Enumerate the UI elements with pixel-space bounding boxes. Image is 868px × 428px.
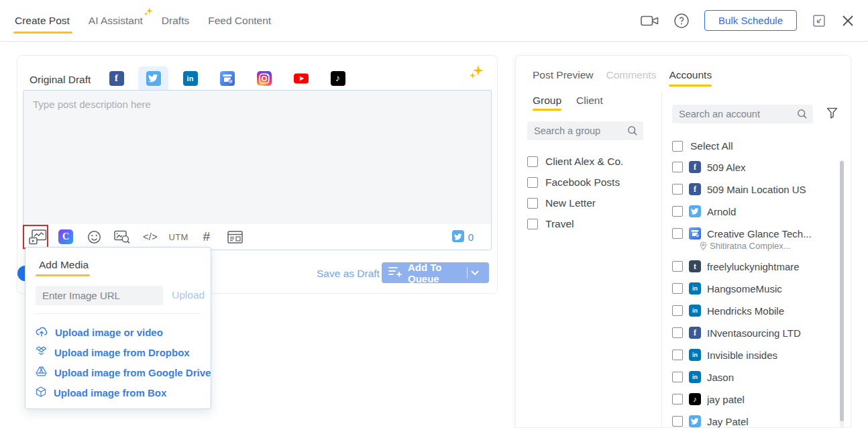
canva-icon[interactable]: C (52, 224, 80, 250)
platform-tab-linkedin[interactable]: in (175, 66, 205, 90)
account-checkbox[interactable] (672, 184, 683, 195)
account-row[interactable]: tfreelyluckynightmare (672, 260, 837, 273)
filter-icon[interactable] (826, 107, 838, 121)
tumblr-icon: t (689, 260, 701, 272)
group-checkbox[interactable] (527, 177, 538, 188)
tab-post-preview[interactable]: Post Preview (533, 69, 593, 81)
account-checkbox[interactable] (672, 206, 683, 217)
account-row[interactable]: inJason (672, 370, 837, 384)
group-checkbox[interactable] (527, 156, 538, 167)
group-row[interactable]: Facebook Posts (527, 177, 623, 188)
platform-tab-google-business[interactable]: G (212, 66, 242, 90)
popup-title: Add Media (39, 259, 89, 271)
account-row[interactable]: inInvisible insides (672, 348, 837, 362)
tab-group[interactable]: Group (533, 95, 561, 107)
account-checkbox[interactable] (672, 305, 683, 316)
account-row[interactable]: Jay Patel (672, 415, 837, 428)
video-camera-icon[interactable] (641, 14, 659, 28)
select-all-row[interactable]: Select All (672, 140, 733, 152)
tab-accounts[interactable]: Accounts (669, 69, 712, 81)
hashtag-icon[interactable]: # (193, 224, 221, 250)
select-all-checkbox[interactable] (672, 141, 683, 152)
post-template-icon[interactable] (221, 224, 249, 250)
add-media-icon[interactable] (23, 224, 52, 250)
account-checkbox[interactable] (672, 372, 683, 382)
platform-tab-tiktok[interactable]: ♪ (323, 66, 353, 90)
account-row[interactable]: ♪jay patel (672, 392, 837, 406)
cloud-upload-upload-link[interactable]: Upload image or video (36, 325, 204, 339)
post-description-input[interactable] (23, 91, 491, 225)
emoji-icon[interactable] (80, 224, 108, 250)
google-business-icon: G (689, 227, 701, 239)
platform-tab-instagram[interactable] (249, 66, 279, 90)
facebook-icon: f (689, 183, 701, 195)
account-row[interactable]: f509 Main Location US (672, 182, 837, 196)
account-checkbox[interactable] (672, 162, 683, 172)
tab-ai-assistant[interactable]: AI Assistant (87, 0, 144, 41)
account-checkbox[interactable] (672, 261, 683, 272)
save-as-draft-button[interactable]: Save as Draft (317, 268, 380, 280)
tab-feed-content[interactable]: Feed Content (207, 0, 272, 41)
add-to-queue-button[interactable]: Add To Queue (382, 262, 489, 283)
image-library-icon[interactable] (108, 224, 136, 250)
location-pin-icon (700, 242, 707, 250)
upload-button[interactable]: Upload (172, 289, 205, 301)
account-checkbox[interactable] (672, 394, 683, 405)
svg-text:G: G (696, 234, 698, 237)
account-checkbox[interactable] (672, 416, 683, 427)
account-name: Hendricks Mobile (707, 305, 784, 317)
group-search-input[interactable] (527, 125, 627, 136)
group-checkbox[interactable] (527, 198, 538, 209)
account-row[interactable]: inHendricks Mobile (672, 304, 837, 317)
svg-text:G: G (229, 80, 231, 83)
account-row[interactable]: GCreative Glance Tech...Shitiratna Compl… (672, 227, 837, 251)
group-row[interactable]: New Letter (527, 198, 623, 209)
close-icon[interactable] (841, 14, 855, 28)
image-url-input[interactable] (36, 286, 163, 305)
chevron-down-icon[interactable] (468, 270, 482, 276)
tab-client[interactable]: Client (576, 95, 603, 107)
cloud-upload-icon (36, 326, 48, 339)
linkedin-icon: in (689, 282, 701, 295)
code-snippet-icon[interactable]: </> (136, 224, 164, 250)
dropbox-icon (36, 346, 47, 358)
tab-drafts[interactable]: Drafts (160, 0, 191, 41)
tab-comments[interactable]: Comments (606, 69, 656, 81)
account-search (672, 105, 813, 123)
platform-tab-twitter[interactable] (138, 66, 168, 90)
post-editor: C</>UTM# 0 (23, 90, 492, 250)
google-drive-upload-link[interactable]: Upload image from Google Drive (36, 366, 204, 379)
account-checkbox[interactable] (672, 350, 683, 360)
box-upload-link[interactable]: Upload image from Box (36, 386, 204, 399)
platform-tab-facebook[interactable]: f (101, 66, 131, 90)
account-checkbox[interactable] (672, 283, 683, 294)
sparkle-icon (143, 7, 154, 20)
help-icon[interactable] (673, 13, 690, 29)
editor-toolbar: C</>UTM# 0 (23, 224, 491, 250)
dropbox-upload-link[interactable]: Upload image from Dropbox (36, 345, 204, 359)
group-row[interactable]: Travel (527, 219, 623, 229)
ai-sparkle-icon[interactable] (468, 64, 485, 84)
char-count: 0 (468, 231, 474, 243)
group-checkbox[interactable] (527, 219, 538, 229)
minimize-icon[interactable] (812, 13, 826, 28)
scrollbar-thumb[interactable] (840, 161, 844, 421)
bulk-schedule-button[interactable]: Bulk Schedule (704, 10, 797, 31)
account-row[interactable]: Arnold (672, 205, 837, 218)
account-name: 509 Main Location US (707, 184, 806, 195)
account-search-input[interactable] (672, 109, 797, 119)
account-row[interactable]: inHangsomeMusic (672, 282, 837, 295)
account-row[interactable]: fINventasourcing LTD (672, 326, 837, 339)
platform-tab-youtube[interactable] (286, 66, 316, 90)
account-row[interactable]: f509 Alex (672, 160, 837, 174)
utm-button[interactable]: UTM (164, 224, 193, 250)
group-row[interactable]: Client Alex & Co. (527, 156, 623, 167)
group-label: Facebook Posts (545, 176, 620, 189)
select-all-label: Select All (690, 140, 733, 152)
account-checkbox[interactable] (672, 228, 683, 239)
top-bar: Create Post AI Assistant Drafts Feed Con… (0, 0, 868, 42)
tab-create-post[interactable]: Create Post (13, 0, 71, 41)
upload-link-label: Upload image from Box (54, 387, 166, 398)
account-checkbox[interactable] (672, 327, 683, 338)
accounts-scrollbar[interactable] (840, 160, 844, 427)
